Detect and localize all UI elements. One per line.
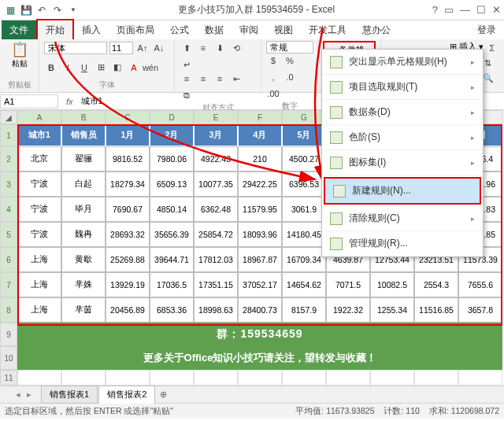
table-cell[interactable]: 7690.67	[106, 197, 150, 222]
table-cell[interactable]: 1922.32	[326, 297, 370, 323]
row-header-3[interactable]: 3	[0, 172, 17, 197]
tab-file[interactable]: 文件	[2, 20, 36, 40]
row-header-4[interactable]: 4	[0, 197, 17, 222]
table-cell[interactable]: 魏冉	[61, 222, 106, 247]
paste-button[interactable]: 📋 粘贴	[5, 41, 34, 69]
table-cell[interactable]: 18093.96	[238, 222, 282, 247]
table-cell[interactable]	[106, 370, 150, 386]
table-cell[interactable]: 8157.9	[282, 297, 326, 323]
table-cell[interactable]: 10082.5	[370, 272, 414, 297]
table-cell[interactable]: 4850.14	[150, 197, 194, 222]
table-cell[interactable]: 20456.89	[106, 297, 150, 323]
table-cell[interactable]: 28693.32	[106, 222, 150, 247]
banner-cell[interactable]: 更多关于Office知识小技巧请关注，望转发与收藏！	[17, 346, 502, 370]
table-cell[interactable]: 1255.34	[370, 297, 414, 323]
cf-top-rules[interactable]: 项目选取规则(T)▸	[322, 75, 483, 100]
redo-icon[interactable]: ↷	[50, 3, 65, 17]
save-icon[interactable]: 💾	[19, 3, 33, 17]
row-header-8[interactable]: 8	[0, 297, 17, 323]
tab-view[interactable]: 视图	[266, 20, 301, 40]
table-cell[interactable]: 上海	[17, 297, 61, 323]
banner-cell[interactable]: 群：159534659	[17, 323, 502, 346]
select-all[interactable]: ◢	[0, 110, 17, 124]
cf-icon-sets[interactable]: 图标集(I)▸	[322, 150, 483, 175]
table-cell[interactable]	[282, 370, 326, 386]
table-cell[interactable]: 13929.19	[106, 272, 150, 297]
table-cell[interactable]: 芈姝	[61, 272, 106, 297]
help-icon[interactable]: ?	[432, 4, 438, 16]
table-cell[interactable]: 黄歇	[61, 247, 106, 272]
table-cell[interactable]: 6853.36	[150, 297, 194, 323]
table-cell[interactable]: 25854.72	[194, 222, 238, 247]
cf-manage-rules[interactable]: 管理规则(R)...	[322, 231, 483, 256]
table-cell[interactable]: 16709.34	[282, 247, 326, 272]
row-header-9[interactable]: 9	[0, 323, 17, 346]
sheet-tab-1[interactable]: 销售报表1	[41, 386, 98, 404]
row-header-7[interactable]: 7	[0, 272, 17, 297]
table-cell[interactable]: 上海	[17, 247, 61, 272]
table-cell[interactable]: 37052.17	[238, 272, 282, 297]
table-cell[interactable]: 39644.71	[150, 247, 194, 272]
table-cell[interactable]: 18967.87	[238, 247, 282, 272]
undo-icon[interactable]: ↶	[35, 3, 49, 17]
tab-huiban[interactable]: 慧办公	[354, 20, 398, 40]
table-cell[interactable]: 14654.62	[282, 272, 326, 297]
table-cell[interactable]	[238, 370, 282, 386]
add-sheet-icon[interactable]: ⊕	[156, 389, 170, 400]
close-icon[interactable]: ✕	[492, 4, 501, 16]
table-cell[interactable]: 17036.5	[150, 272, 194, 297]
qat-more-icon[interactable]: ▼	[66, 3, 80, 17]
tab-review[interactable]: 审阅	[232, 20, 266, 40]
tab-formulas[interactable]: 公式	[162, 20, 197, 40]
table-cell[interactable]: 11579.95	[238, 197, 282, 222]
tab-insert[interactable]: 插入	[74, 20, 109, 40]
cf-data-bars[interactable]: 数据条(D)▸	[322, 100, 483, 125]
cf-highlight-rules[interactable]: 突出显示单元格规则(H)▸	[322, 50, 483, 75]
row-header-1[interactable]: 1	[0, 124, 17, 146]
table-cell[interactable]: 17812.03	[194, 247, 238, 272]
table-cell[interactable]	[458, 370, 502, 386]
table-cell[interactable]: 17351.15	[194, 272, 238, 297]
row-header-5[interactable]: 5	[0, 222, 17, 247]
table-cell[interactable]: 3657.8	[458, 297, 502, 323]
table-cell[interactable]: 7655.6	[458, 272, 502, 297]
row-header-6[interactable]: 6	[0, 247, 17, 272]
autosum-icon[interactable]: Σ	[485, 41, 499, 55]
cf-color-scales[interactable]: 色阶(S)▸	[322, 125, 483, 150]
table-cell[interactable]: 宁波	[17, 197, 61, 222]
table-cell[interactable]: 14180.45	[282, 222, 326, 247]
row-header-11[interactable]: 11	[0, 370, 17, 386]
row-header-10[interactable]: 10	[0, 346, 17, 370]
cf-new-rule[interactable]: 新建规则(N)...	[324, 177, 481, 205]
tab-data[interactable]: 数据	[197, 20, 232, 40]
table-cell[interactable]: 芈茵	[61, 297, 106, 323]
ribbon-toggle-icon[interactable]: ▭	[444, 4, 454, 16]
maximize-icon[interactable]: ☐	[476, 4, 486, 16]
minimize-icon[interactable]: —	[460, 4, 470, 16]
tab-layout[interactable]: 页面布局	[109, 20, 162, 40]
table-cell[interactable]: 7071.5	[326, 272, 370, 297]
login-link[interactable]: 登录	[477, 24, 496, 37]
table-cell[interactable]: 6362.48	[194, 197, 238, 222]
table-cell[interactable]: 2554.3	[414, 272, 458, 297]
table-cell[interactable]: 上海	[17, 272, 61, 297]
table-cell[interactable]: 25269.88	[106, 247, 150, 272]
table-cell[interactable]	[17, 370, 61, 386]
table-cell[interactable]: 11516.85	[414, 297, 458, 323]
table-cell[interactable]: 毕月	[61, 197, 106, 222]
table-cell[interactable]	[326, 370, 370, 386]
sheet-nav-prev-icon[interactable]: ◂	[16, 389, 20, 400]
table-cell[interactable]	[61, 370, 106, 386]
table-cell[interactable]	[194, 370, 238, 386]
cf-clear-rules[interactable]: 清除规则(C)▸	[322, 206, 483, 231]
table-cell[interactable]: 35656.39	[150, 222, 194, 247]
table-cell[interactable]	[150, 370, 194, 386]
table-cell[interactable]	[414, 370, 458, 386]
sheet-nav-next-icon[interactable]: ▸	[27, 389, 32, 400]
table-cell[interactable]	[370, 370, 414, 386]
table-cell[interactable]: 28400.73	[238, 297, 282, 323]
table-cell[interactable]: 18998.63	[194, 297, 238, 323]
sheet-tab-2[interactable]: 销售报表2	[98, 386, 155, 404]
table-cell[interactable]: 3061.9	[282, 197, 326, 222]
row-header-2[interactable]: 2	[0, 146, 17, 172]
